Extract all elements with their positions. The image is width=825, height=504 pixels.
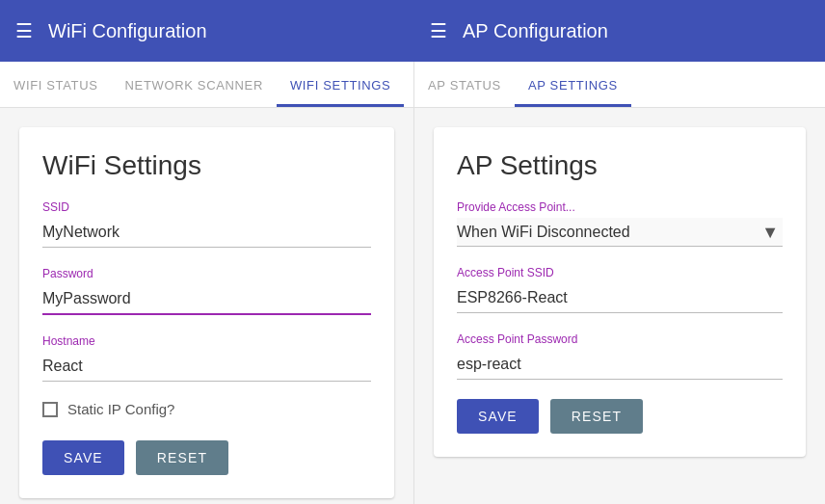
ap-password-label: Access Point Password [457,332,783,346]
ap-config-header: ☰ AP Configuration [414,0,825,62]
ap-config-title: AP Configuration [463,20,608,42]
password-input[interactable] [42,284,371,315]
static-ip-label: Static IP Config? [67,401,174,417]
wifi-menu-icon[interactable]: ☰ [15,19,33,42]
ssid-label: SSID [42,200,371,214]
ap-tab-bar: AP STATUS AP SETTINGS [414,62,825,107]
wifi-button-row: SAVE RESET [42,440,371,475]
static-ip-row: Static IP Config? [42,401,371,417]
tab-network-scanner[interactable]: NETWORK SCANNER [112,66,277,107]
ap-settings-card: AP Settings Provide Access Point... When… [434,127,806,457]
hostname-input[interactable] [42,352,371,382]
ap-button-row: SAVE RESET [457,399,783,434]
tab-ap-status[interactable]: AP STATUS [414,66,515,107]
provide-ap-select[interactable]: When WiFi Disconnected Always Never [457,218,783,247]
ap-ssid-field: Access Point SSID [457,266,783,313]
provide-ap-select-wrapper: When WiFi Disconnected Always Never ▼ [457,218,783,247]
ap-settings-panel: AP Settings Provide Access Point... When… [414,108,825,504]
wifi-save-button[interactable]: SAVE [42,440,124,475]
ap-settings-title: AP Settings [457,150,783,181]
wifi-config-title: WiFi Configuration [48,20,207,42]
tab-wifi-settings[interactable]: WIFI SETTINGS [277,66,405,107]
wifi-settings-panel: WiFi Settings SSID Password Hostname Sta… [0,108,414,504]
ap-ssid-label: Access Point SSID [457,266,783,279]
ap-save-button[interactable]: SAVE [457,399,539,434]
wifi-reset-button[interactable]: RESET [136,440,228,475]
provide-ap-field: Provide Access Point... When WiFi Discon… [457,200,783,247]
ap-menu-icon[interactable]: ☰ [430,19,447,42]
provide-ap-label: Provide Access Point... [457,200,783,214]
wifi-tab-bar: WIFI STATUS NETWORK SCANNER WIFI SETTING… [0,62,414,107]
ap-ssid-input[interactable] [457,283,783,313]
hostname-label: Hostname [42,334,371,348]
password-label: Password [42,267,371,280]
wifi-settings-title: WiFi Settings [42,150,371,181]
hostname-field: Hostname [42,334,371,382]
wifi-settings-card: WiFi Settings SSID Password Hostname Sta… [19,127,394,498]
ap-password-input[interactable] [457,350,783,380]
ap-reset-button[interactable]: RESET [550,399,643,434]
tab-ap-settings[interactable]: AP SETTINGS [515,66,631,107]
password-field: Password [42,267,371,315]
static-ip-checkbox[interactable] [42,402,58,417]
ssid-input[interactable] [42,218,371,248]
wifi-config-header: ☰ WiFi Configuration [0,0,414,62]
ap-password-field: Access Point Password [457,332,783,380]
tab-wifi-status[interactable]: WIFI STATUS [0,66,112,107]
ssid-field: SSID [42,200,371,248]
